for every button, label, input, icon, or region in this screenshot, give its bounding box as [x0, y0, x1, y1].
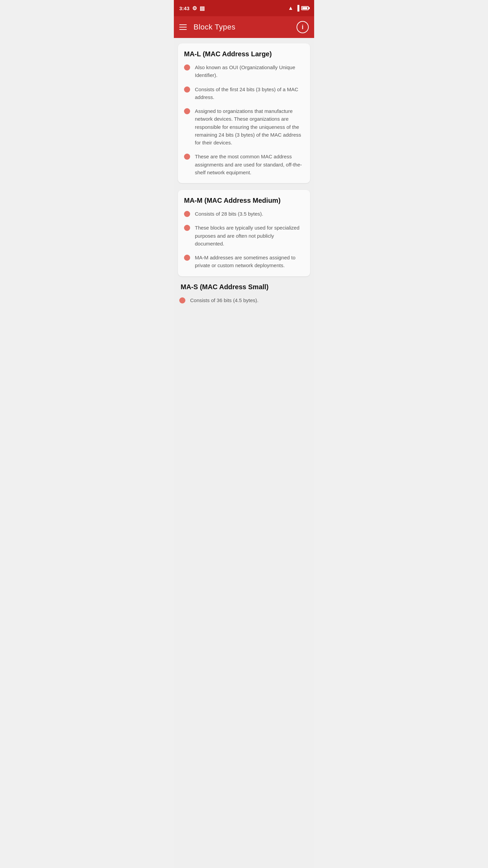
section-ma-l-bullets: Also known as OUI (Organizationally Uniq… [184, 63, 304, 176]
bullet-dot [184, 86, 190, 93]
bullet-dot [184, 64, 190, 71]
time-display: 3:43 [179, 5, 189, 11]
hamburger-line-2 [179, 27, 187, 27]
section-ma-l-title: MA-L (MAC Address Large) [184, 50, 304, 58]
section-ma-m-title: MA-M (MAC Address Medium) [184, 197, 304, 204]
bullet-dot [184, 255, 190, 261]
list-item: Also known as OUI (Organizationally Uniq… [184, 63, 304, 79]
hamburger-line-3 [179, 29, 187, 30]
status-bar-right [288, 5, 309, 11]
bullet-text: Consists of the first 24 bits (3 bytes) … [195, 85, 304, 101]
bullet-text: These blocks are typically used for spec… [195, 224, 304, 248]
section-ma-l: MA-L (MAC Address Large) Also known as O… [178, 43, 310, 183]
info-button[interactable]: i [297, 21, 309, 33]
list-item: Consists of 36 bits (4.5 bytes). [179, 296, 309, 304]
app-header: Block Types i [174, 16, 314, 38]
page-title: Block Types [194, 23, 236, 32]
bullet-text: Consists of 28 bits (3.5 bytes). [195, 210, 263, 218]
bullet-text: Consists of 36 bits (4.5 bytes). [190, 296, 259, 304]
list-item: Assigned to organizations that manufactu… [184, 107, 304, 146]
bullet-dot [184, 154, 190, 160]
sd-card-icon [200, 5, 205, 12]
section-ma-m: MA-M (MAC Address Medium) Consists of 28… [178, 190, 310, 276]
status-bar-left: 3:43 [179, 5, 205, 12]
signal-icon [296, 5, 299, 11]
bullet-text: Also known as OUI (Organizationally Uniq… [195, 63, 304, 79]
battery-icon [301, 6, 309, 10]
bullet-dot [184, 108, 190, 114]
gear-icon [192, 5, 197, 12]
main-content: MA-L (MAC Address Large) Also known as O… [174, 38, 314, 868]
bullet-text: MA-M addresses are sometimes assigned to… [195, 254, 304, 270]
bullet-text: Assigned to organizations that manufactu… [195, 107, 304, 146]
wifi-icon [288, 5, 293, 11]
hamburger-menu-button[interactable] [179, 24, 187, 30]
hamburger-line-1 [179, 24, 187, 25]
bullet-dot [184, 225, 190, 231]
bullet-text: These are the most common MAC address as… [195, 153, 304, 176]
section-ma-m-bullets: Consists of 28 bits (3.5 bytes). These b… [184, 210, 304, 270]
list-item: MA-M addresses are sometimes assigned to… [184, 254, 304, 270]
section-ma-s-bullets: Consists of 36 bits (4.5 bytes). [179, 296, 309, 304]
bullet-dot [184, 211, 190, 217]
section-ma-s: MA-S (MAC Address Small) Consists of 36 … [178, 283, 310, 304]
status-bar: 3:43 [174, 0, 314, 16]
section-ma-s-title: MA-S (MAC Address Small) [179, 283, 309, 291]
list-item: Consists of 28 bits (3.5 bytes). [184, 210, 304, 218]
list-item: These are the most common MAC address as… [184, 153, 304, 176]
bullet-dot [179, 297, 185, 303]
list-item: Consists of the first 24 bits (3 bytes) … [184, 85, 304, 101]
header-left: Block Types [179, 23, 236, 32]
list-item: These blocks are typically used for spec… [184, 224, 304, 248]
